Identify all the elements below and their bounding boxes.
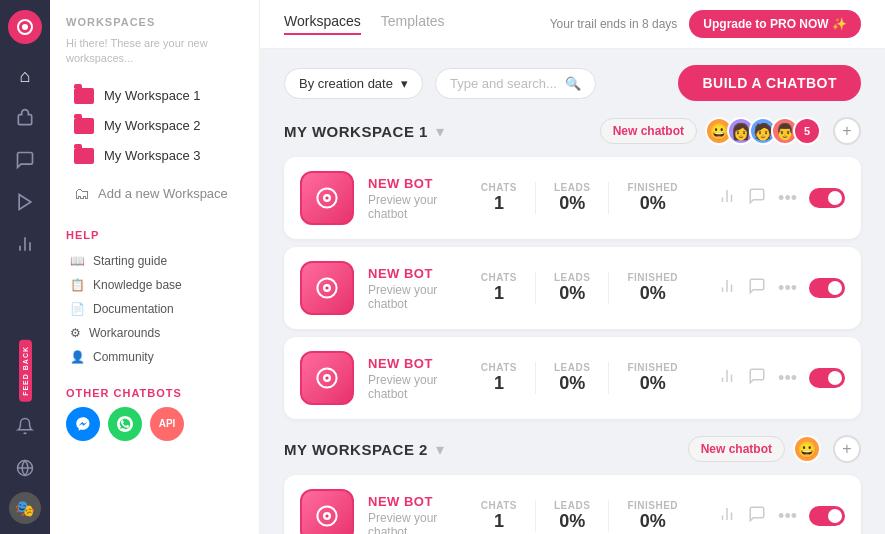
analytics-action-icon[interactable] — [718, 277, 736, 300]
workarounds-label: Workarounds — [89, 326, 160, 340]
chat-action-icon[interactable] — [748, 505, 766, 528]
leads-value: 0% — [554, 283, 590, 304]
leads-label: LEADS — [554, 182, 590, 193]
bot-toggle[interactable] — [809, 368, 845, 388]
chats-stat: CHATS 1 — [463, 362, 536, 394]
home-icon[interactable]: ⌂ — [7, 58, 43, 94]
bot-stats: CHATS 1 LEADS 0% FINISHED 0% — [463, 362, 696, 394]
search-placeholder: Type and search... — [450, 76, 557, 91]
new-label: New — [613, 124, 641, 138]
workspace3-label: My Workspace 3 — [104, 148, 201, 163]
chatbot-label: chatbot — [729, 442, 772, 456]
feedback-button[interactable]: FEED BACK — [19, 340, 32, 402]
search-input-container[interactable]: Type and search... 🔍 — [435, 68, 596, 99]
bot-name: NEW BOT — [368, 356, 449, 371]
tab-workspaces[interactable]: Workspaces — [284, 13, 361, 35]
sidebar-item-workspace2[interactable]: My Workspace 2 — [66, 111, 243, 141]
leads-stat: LEADS 0% — [536, 272, 609, 304]
bell-icon[interactable] — [7, 408, 43, 444]
chat-action-icon[interactable] — [748, 367, 766, 390]
workspace-2-header-right: New chatbot 😀 + — [688, 435, 861, 463]
bot-toggle[interactable] — [809, 278, 845, 298]
bot-stats: CHATS 1 LEADS 0% FINISHED 0% — [463, 272, 696, 304]
more-action-icon[interactable]: ••• — [778, 506, 797, 527]
bot-stats: CHATS 1 LEADS 0% FINISHED 0% — [463, 500, 696, 532]
globe-icon[interactable] — [7, 450, 43, 486]
finished-stat: FINISHED 0% — [609, 182, 696, 214]
new-chatbot-button-ws1[interactable]: New chatbot — [600, 118, 697, 144]
leads-stat: LEADS 0% — [536, 500, 609, 532]
search-icon: 🔍 — [565, 76, 581, 91]
chat-action-icon[interactable] — [748, 187, 766, 210]
finished-value: 0% — [627, 373, 678, 394]
chats-label: CHATS — [481, 182, 517, 193]
whatsapp-icon-button[interactable] — [108, 407, 142, 441]
bots-icon[interactable] — [7, 100, 43, 136]
sidebar-link-documentation[interactable]: 📄 Documentation — [66, 297, 243, 321]
bot-stats: CHATS 1 LEADS 0% FINISHED 0% — [463, 182, 696, 214]
more-action-icon[interactable]: ••• — [778, 278, 797, 299]
leads-value: 0% — [554, 193, 590, 214]
workspace-1-header: MY WORKSPACE 1 ▾ New chatbot 😀 👩 — [284, 117, 861, 145]
bot-card: NEW BOT Preview your chatbot CHATS 1 LEA… — [284, 247, 861, 329]
analytics-icon[interactable] — [7, 226, 43, 262]
new-chatbot-button-ws2[interactable]: New chatbot — [688, 436, 785, 462]
chats-stat: CHATS 1 — [463, 500, 536, 532]
chats-label: CHATS — [481, 500, 517, 511]
leads-label: LEADS — [554, 500, 590, 511]
tab-templates[interactable]: Templates — [381, 13, 445, 35]
add-workspace-button[interactable]: 🗂 Add a new Workspace — [66, 177, 243, 211]
bot-desc: Preview your chatbot — [368, 193, 449, 221]
finished-label: FINISHED — [627, 362, 678, 373]
chevron-down-icon[interactable]: ▾ — [436, 440, 444, 459]
more-action-icon[interactable]: ••• — [778, 368, 797, 389]
chats-value: 1 — [481, 283, 517, 304]
sidebar-item-workspace1[interactable]: My Workspace 1 — [66, 81, 243, 111]
add-member-button-ws1[interactable]: + — [833, 117, 861, 145]
user-avatar[interactable]: 🎭 — [9, 492, 41, 524]
sort-select[interactable]: By creation date ▾ — [284, 68, 423, 99]
messenger-icon-button[interactable] — [66, 407, 100, 441]
documentation-label: Documentation — [93, 302, 174, 316]
avatar-group-ws2: 😀 — [793, 435, 821, 463]
workspace-2-title: MY WORKSPACE 2 — [284, 441, 428, 458]
analytics-action-icon[interactable] — [718, 367, 736, 390]
bot-toggle[interactable] — [809, 506, 845, 526]
sidebar-link-workarounds[interactable]: ⚙ Workarounds — [66, 321, 243, 345]
chatbot-label: chatbot — [641, 124, 684, 138]
other-chatbots-title: OTHER CHATBOTS — [66, 387, 243, 399]
main-area: Workspaces Templates Your trail ends in … — [260, 0, 885, 534]
add-member-button-ws2[interactable]: + — [833, 435, 861, 463]
gear-icon: ⚙ — [70, 326, 81, 340]
chevron-down-icon[interactable]: ▾ — [436, 122, 444, 141]
build-chatbot-button[interactable]: BUILD A CHATBOT — [678, 65, 861, 101]
sidebar-description: Hi there! These are your new workspaces.… — [66, 36, 243, 67]
workspace2-label: My Workspace 2 — [104, 118, 201, 133]
leads-label: LEADS — [554, 272, 590, 283]
icon-bar: ⌂ FEED BACK 🎭 — [0, 0, 50, 534]
bot-toggle[interactable] — [809, 188, 845, 208]
more-action-icon[interactable]: ••• — [778, 188, 797, 209]
workspace1-label: My Workspace 1 — [104, 88, 201, 103]
bot-avatar — [300, 171, 354, 225]
api-icon-button[interactable]: API — [150, 407, 184, 441]
upgrade-button[interactable]: Upgrade to PRO NOW ✨ — [689, 10, 861, 38]
app-logo[interactable] — [8, 10, 42, 44]
broadcast-icon[interactable] — [7, 184, 43, 220]
sidebar-item-workspace3[interactable]: My Workspace 3 — [66, 141, 243, 171]
chat-icon[interactable] — [7, 142, 43, 178]
analytics-action-icon[interactable] — [718, 505, 736, 528]
sidebar-link-starting-guide[interactable]: 📖 Starting guide — [66, 249, 243, 273]
chat-action-icon[interactable] — [748, 277, 766, 300]
sidebar-link-community[interactable]: 👤 Community — [66, 345, 243, 369]
topbar-right: Your trail ends in 8 days Upgrade to PRO… — [550, 10, 861, 38]
trial-text: Your trail ends in 8 days — [550, 17, 678, 31]
sidebar-link-knowledge-base[interactable]: 📋 Knowledge base — [66, 273, 243, 297]
finished-stat: FINISHED 0% — [609, 362, 696, 394]
topbar-tabs: Workspaces Templates — [284, 13, 445, 35]
workspace-1-header-right: New chatbot 😀 👩 🧑 👨 — [600, 117, 861, 145]
bot-desc: Preview your chatbot — [368, 283, 449, 311]
analytics-action-icon[interactable] — [718, 187, 736, 210]
bot-name: NEW BOT — [368, 494, 449, 509]
bot-actions: ••• — [718, 187, 845, 210]
